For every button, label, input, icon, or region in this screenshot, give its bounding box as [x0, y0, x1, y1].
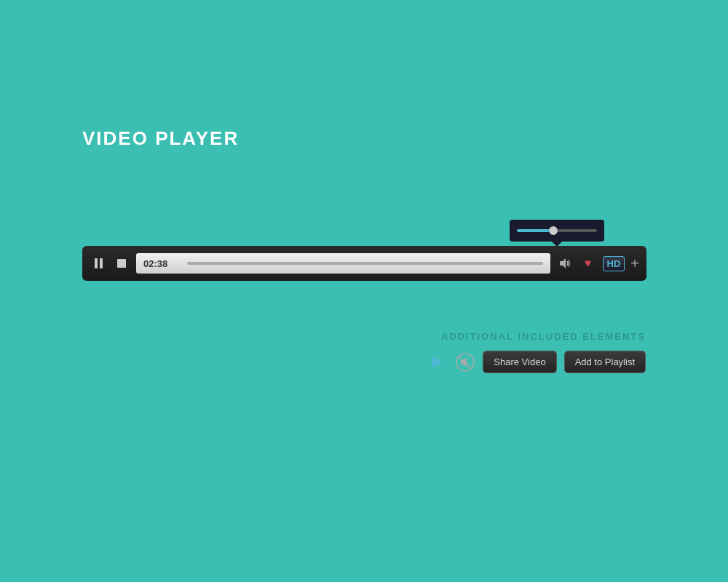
page-title: VIDEO PLAYER — [82, 127, 239, 150]
small-play-icon — [432, 356, 443, 368]
pause-icon — [95, 258, 103, 268]
stop-button[interactable] — [113, 255, 130, 272]
small-play-button[interactable] — [427, 352, 448, 372]
svg-marker-0 — [560, 258, 566, 268]
mute-icon — [456, 353, 475, 372]
volume-popup — [510, 220, 604, 242]
progress-bar[interactable]: 02:38 — [136, 253, 550, 274]
additional-section: ADDITIONAL INCLUDED ELEMENTS Share Video… — [82, 331, 646, 373]
volume-thumb — [549, 226, 558, 235]
share-video-button[interactable]: Share Video — [483, 351, 556, 373]
player-bar: 02:38 ♥ HD + — [82, 246, 646, 281]
stop-icon — [117, 259, 126, 268]
additional-controls: Share Video Add to Playlist — [427, 351, 646, 373]
speaker-icon — [558, 257, 571, 270]
volume-button[interactable] — [556, 255, 574, 272]
time-display: 02:38 — [143, 258, 167, 269]
pause-button[interactable] — [90, 255, 107, 272]
volume-track[interactable] — [517, 229, 597, 232]
progress-track — [187, 262, 543, 265]
more-button[interactable]: + — [630, 256, 639, 271]
heart-icon: ♥ — [585, 257, 592, 270]
hd-button[interactable]: HD — [603, 256, 625, 271]
favorite-button[interactable]: ♥ — [579, 255, 597, 272]
add-to-playlist-button[interactable]: Add to Playlist — [564, 351, 646, 373]
additional-label: ADDITIONAL INCLUDED ELEMENTS — [441, 331, 646, 342]
small-mute-button[interactable] — [455, 352, 475, 372]
plus-icon: + — [630, 255, 639, 271]
volume-fill — [517, 229, 553, 232]
